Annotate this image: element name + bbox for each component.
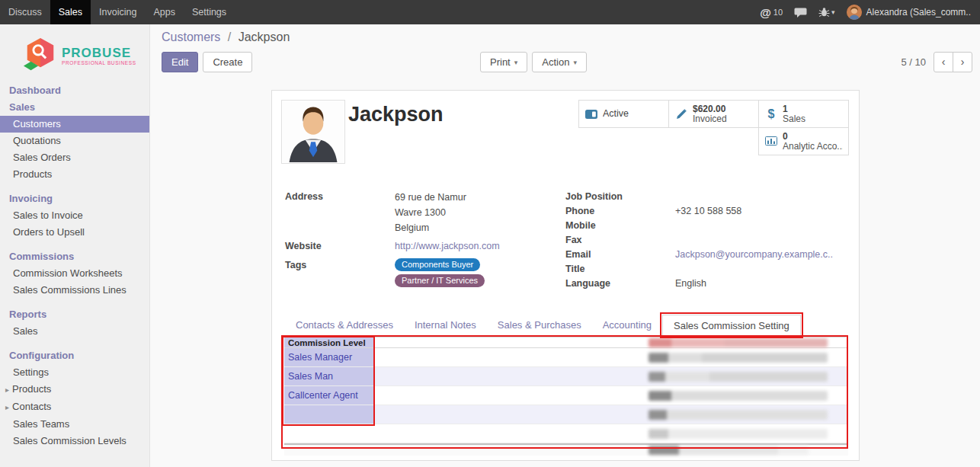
job-position-label: Job Position xyxy=(565,190,675,203)
tab-contacts-addresses[interactable]: Contacts & Addresses xyxy=(285,315,404,337)
debug-menu-button[interactable]: ▾ xyxy=(818,7,835,18)
blurred-value xyxy=(649,410,828,420)
sidebar-section-commissions[interactable]: Commissions xyxy=(0,248,149,265)
table-row-callcenter-agent[interactable]: Callcenter Agent xyxy=(284,386,848,405)
pager-next-button[interactable]: › xyxy=(953,52,972,72)
mention-count: 10 xyxy=(773,8,783,17)
sidebar-section-reports[interactable]: Reports xyxy=(0,306,149,323)
left-field-column: Address 69 rue de Namur Wavre 1300 Belgi… xyxy=(285,190,565,291)
tags-field: Tags Components Buyer Partner / IT Servi… xyxy=(285,258,565,287)
logo-text: PROBUSE PROFESSIONAL BUSINESS xyxy=(62,46,136,66)
language-field: Language English xyxy=(565,277,846,290)
sidebar-nav: Dashboard Sales Customers Quotations Sal… xyxy=(0,82,149,449)
edit-button[interactable]: Edit xyxy=(162,52,198,72)
top-navbar: Discuss Sales Invoicing Apps Settings @ … xyxy=(0,0,980,24)
sidebar-item-sales-commission-levels[interactable]: Sales Commission Levels xyxy=(0,433,149,449)
redacted-cell xyxy=(374,424,848,443)
invoiced-stat-button[interactable]: $620.00 Invoiced xyxy=(668,100,759,128)
sidebar-item-config-products[interactable]: ▸Products xyxy=(0,381,149,398)
print-dropdown-button[interactable]: Print ▾ xyxy=(480,52,527,72)
sidebar-item-quotations[interactable]: Quotations xyxy=(0,133,149,149)
invoiced-label: Invoiced xyxy=(693,114,727,124)
sales-count: 1 xyxy=(783,104,805,114)
menu-discuss[interactable]: Discuss xyxy=(0,0,50,24)
phone-label: Phone xyxy=(565,204,675,218)
customer-photo xyxy=(281,100,345,164)
menu-apps[interactable]: Apps xyxy=(145,0,184,24)
action-dropdown-button[interactable]: Action ▾ xyxy=(532,52,587,72)
chevron-down-icon: ▾ xyxy=(514,59,518,66)
tab-label: Sales Commission Setting xyxy=(674,320,789,331)
pager-previous-button[interactable]: ‹ xyxy=(934,52,953,72)
job-position-field: Job Position xyxy=(565,190,846,203)
menu-sales[interactable]: Sales xyxy=(50,0,91,24)
right-field-column: Job Position Phone +32 10 588 558 Mobile… xyxy=(565,190,846,291)
language-value: English xyxy=(675,277,706,290)
menu-invoicing[interactable]: Invoicing xyxy=(91,0,145,24)
active-stat-button[interactable]: Active xyxy=(578,100,669,128)
footer-cell xyxy=(284,445,374,456)
sidebar-item-products[interactable]: Products xyxy=(0,166,149,183)
sidebar-section-invoicing[interactable]: Invoicing xyxy=(0,190,149,207)
sidebar-item-commission-worksheets[interactable]: Commission Worksheets xyxy=(0,265,149,282)
chart-icon xyxy=(764,136,778,146)
chat-icon[interactable] xyxy=(794,7,807,18)
sidebar-section-dashboard[interactable]: Dashboard xyxy=(0,82,149,99)
analytic-label: Analytic Acco... xyxy=(783,142,843,152)
sales-stat-button[interactable]: $ 1 Sales xyxy=(758,100,849,128)
notebook-tabs: Contacts & Addresses Internal Notes Sale… xyxy=(285,315,846,337)
website-link[interactable]: http://www.jackpson.com xyxy=(395,241,500,251)
sidebar-section-configuration[interactable]: Configuration xyxy=(0,347,149,364)
analytic-stat-button[interactable]: 0 Analytic Acco... xyxy=(758,127,849,155)
address-line: Belgium xyxy=(395,220,466,235)
table-row-empty[interactable] xyxy=(284,405,848,424)
language-label: Language xyxy=(565,277,675,290)
tab-sales-commission-setting[interactable]: Sales Commission Setting xyxy=(662,315,801,337)
table-row-sales-man[interactable]: Sales Man xyxy=(284,367,848,386)
blurred-value xyxy=(649,372,828,382)
blurred-value xyxy=(649,446,809,455)
sidebar-item-sales-orders[interactable]: Sales Orders xyxy=(0,149,149,166)
blurred-value xyxy=(649,391,828,401)
toggle-active-icon xyxy=(584,109,598,120)
sidebar-item-sales-teams[interactable]: Sales Teams xyxy=(0,416,149,433)
title-field: Title xyxy=(565,262,846,276)
record-title: Jackpson xyxy=(348,103,444,126)
address-line: 69 rue de Namur xyxy=(395,190,466,205)
invoiced-amount: $620.00 xyxy=(693,104,727,114)
sidebar-item-orders-to-upsell[interactable]: Orders to Upsell xyxy=(0,224,149,241)
mentions-button[interactable]: @ 10 xyxy=(760,6,783,19)
user-name: Alexandra (Sales_comm.. xyxy=(866,7,971,18)
tab-sales-purchases[interactable]: Sales & Purchases xyxy=(487,315,592,337)
table-footer-row xyxy=(284,445,848,456)
title-label: Title xyxy=(565,262,675,276)
address-label: Address xyxy=(285,190,395,235)
sidebar-item-sales-commissions-lines[interactable]: Sales Commissions Lines xyxy=(0,282,149,299)
menu-settings[interactable]: Settings xyxy=(184,0,235,24)
app-logo[interactable]: PROBUSE PROFESSIONAL BUSINESS xyxy=(23,37,149,75)
table-row-sales-manager[interactable]: Sales Manager xyxy=(284,348,848,367)
sidebar-item-customers[interactable]: Customers xyxy=(0,116,149,133)
sidebar-item-config-contacts[interactable]: ▸Contacts xyxy=(0,398,149,416)
commission-level-cell xyxy=(284,405,374,424)
table-header-row: Commission Level xyxy=(284,337,848,348)
breadcrumb-customers-link[interactable]: Customers xyxy=(162,30,220,43)
column-header-commission-level[interactable]: Commission Level xyxy=(284,337,374,347)
email-field: Email Jackpson@yourcompany.example.c.. xyxy=(565,248,846,261)
email-label: Email xyxy=(565,248,675,261)
email-link[interactable]: Jackpson@yourcompany.example.c.. xyxy=(675,249,833,260)
sidebar-item-reports-sales[interactable]: Sales xyxy=(0,323,149,340)
blurred-value xyxy=(649,429,828,439)
tab-accounting[interactable]: Accounting xyxy=(592,315,662,337)
table-row-empty[interactable] xyxy=(284,424,848,443)
user-menu[interactable]: Alexandra (Sales_comm.. xyxy=(847,5,971,20)
sidebar-section-sales[interactable]: Sales xyxy=(0,99,149,116)
tab-internal-notes[interactable]: Internal Notes xyxy=(404,315,487,337)
pager: 5 / 10 ‹ › xyxy=(901,52,972,72)
create-button[interactable]: Create xyxy=(203,52,252,72)
sidebar-item-sales-to-invoice[interactable]: Sales to Invoice xyxy=(0,207,149,224)
control-panel-actions: Print ▾ Action ▾ xyxy=(480,52,587,72)
blurred-value xyxy=(649,338,828,347)
sidebar-item-settings[interactable]: Settings xyxy=(0,364,149,381)
tags-label: Tags xyxy=(285,258,395,287)
